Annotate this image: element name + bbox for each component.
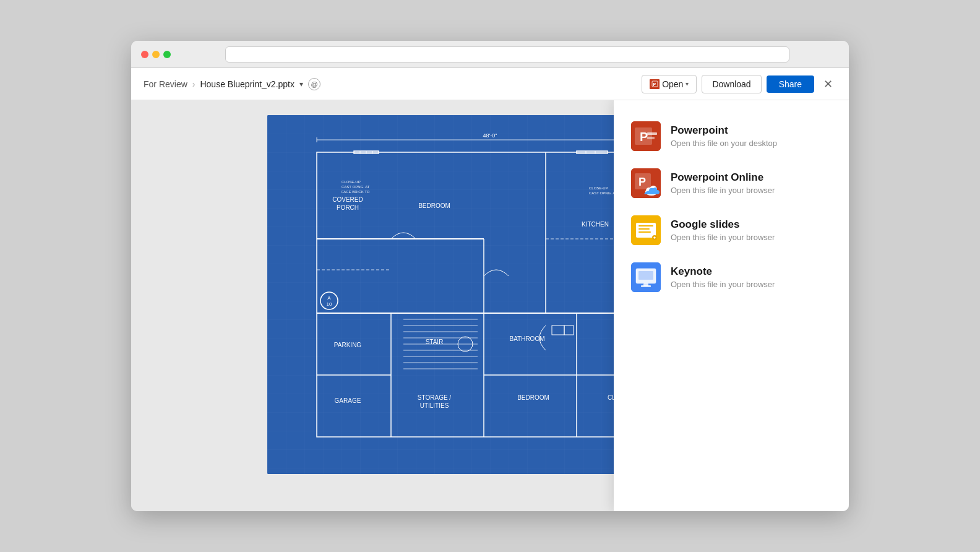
powerpoint-online-title: Powerpoint Online: [671, 171, 775, 184]
powerpoint-app-icon: P: [631, 121, 661, 151]
svg-text:P: P: [638, 176, 646, 188]
keynote-title: Keynote: [671, 265, 775, 278]
svg-text:CAST OPNG. AT: CAST OPNG. AT: [589, 191, 617, 195]
google-slides-desc: Open this file in your browser: [671, 233, 775, 242]
powerpoint-option[interactable]: P Powerpoint Open this file on your desk…: [614, 113, 849, 160]
keynote-option-text: Keynote Open this file in your browser: [671, 265, 775, 289]
traffic-lights: [141, 51, 171, 58]
svg-rect-86: [638, 225, 653, 226]
powerpoint-title: Powerpoint: [671, 124, 777, 137]
toolbar: For Review › House Blueprint_v2.pptx ▾ @…: [131, 68, 849, 100]
svg-text:PARKING: PARKING: [334, 342, 361, 348]
breadcrumb-root[interactable]: For Review: [144, 79, 187, 89]
minimize-traffic-light[interactable]: [152, 51, 160, 58]
close-button[interactable]: ✕: [819, 75, 836, 93]
url-bar[interactable]: [225, 46, 789, 63]
svg-rect-85: [636, 223, 656, 238]
svg-text:GARAGE: GARAGE: [335, 397, 361, 404]
google-slides-app-icon: [631, 215, 661, 245]
svg-text:BEDROOM: BEDROOM: [418, 202, 450, 209]
google-slides-title: Google slides: [671, 218, 775, 231]
breadcrumb-info-icon[interactable]: @: [308, 78, 320, 90]
download-button[interactable]: Download: [702, 75, 761, 93]
close-traffic-light[interactable]: [141, 51, 148, 58]
svg-text:P: P: [640, 130, 648, 144]
google-slides-option[interactable]: Google slides Open this file in your bro…: [614, 207, 849, 254]
google-slides-option-text: Google slides Open this file in your bro…: [671, 218, 775, 242]
powerpoint-online-app-icon: P: [631, 168, 661, 198]
svg-text:CLOSE-UP: CLOSE-UP: [589, 186, 608, 190]
svg-rect-88: [638, 231, 651, 233]
title-bar: [131, 41, 849, 68]
svg-text:BATHROOM: BATHROOM: [509, 335, 544, 342]
toolbar-actions: P Open ▾ Download Share ✕: [642, 75, 836, 93]
keynote-option[interactable]: Keynote Open this file in your browser: [614, 254, 849, 301]
open-button[interactable]: P Open ▾: [642, 75, 697, 93]
maximize-traffic-light[interactable]: [163, 51, 171, 58]
svg-text:CLOSE-UP: CLOSE-UP: [342, 180, 361, 184]
powerpoint-online-option[interactable]: P Powerpoint Online Open this file: [614, 160, 849, 207]
svg-text:KITCHEN: KITCHEN: [582, 221, 609, 228]
content-area: COVERED PORCH BEDROOM KITCHEN LIVING PAR…: [131, 100, 849, 511]
powerpoint-desc: Open this file on your desktop: [671, 139, 777, 148]
svg-rect-74: [647, 137, 655, 139]
powerpoint-option-text: Powerpoint Open this file on your deskto…: [671, 124, 777, 148]
svg-text:UTILITIES: UTILITIES: [420, 402, 449, 409]
svg-text:COVERED: COVERED: [332, 196, 363, 203]
keynote-desc: Open this file in your browser: [671, 280, 775, 289]
svg-text:A: A: [327, 295, 331, 301]
svg-rect-73: [647, 132, 657, 135]
share-button[interactable]: Share: [767, 75, 814, 93]
breadcrumb-separator: ›: [192, 79, 196, 89]
open-label: Open: [662, 79, 683, 89]
svg-text:48'-0": 48'-0": [483, 132, 497, 139]
svg-text:10: 10: [327, 301, 332, 307]
svg-text:STORAGE /: STORAGE /: [418, 394, 451, 401]
open-dropdown-arrow: ▾: [686, 80, 689, 87]
powerpoint-online-desc: Open this file in your browser: [671, 186, 775, 195]
powerpoint-icon: P: [650, 79, 660, 89]
svg-text:BEDROOM: BEDROOM: [517, 394, 549, 401]
svg-rect-87: [638, 228, 650, 230]
keynote-app-icon: [631, 262, 661, 292]
svg-rect-93: [638, 271, 653, 280]
svg-text:FACE BRICK TO: FACE BRICK TO: [342, 190, 370, 194]
powerpoint-online-option-text: Powerpoint Online Open this file in your…: [671, 171, 775, 195]
svg-text:PORCH: PORCH: [337, 204, 359, 211]
browser-window: For Review › House Blueprint_v2.pptx ▾ @…: [131, 41, 849, 511]
breadcrumb-dropdown-arrow[interactable]: ▾: [299, 80, 303, 88]
breadcrumb: For Review › House Blueprint_v2.pptx ▾ @: [144, 78, 637, 90]
svg-text:P: P: [653, 82, 656, 87]
breadcrumb-file[interactable]: House Blueprint_v2.pptx: [200, 79, 294, 89]
open-with-panel: P Powerpoint Open this file on your desk…: [614, 100, 849, 511]
svg-text:CAST OPNG. AT: CAST OPNG. AT: [342, 185, 370, 189]
svg-rect-95: [641, 285, 651, 287]
